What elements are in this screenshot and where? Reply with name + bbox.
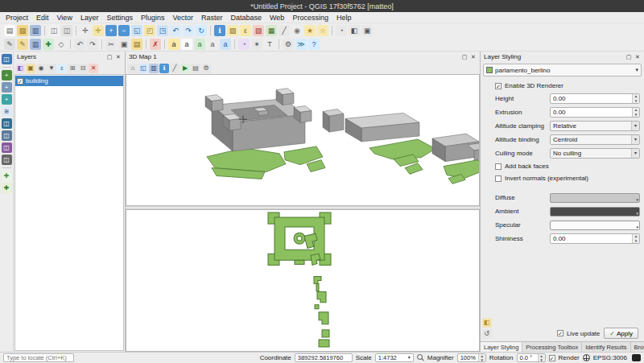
redo-icon[interactable]: ↷ bbox=[87, 39, 98, 50]
enable-3d-renderer-checkbox[interactable]: ✓ bbox=[495, 83, 502, 89]
add-feature-icon[interactable]: ✚ bbox=[43, 39, 54, 50]
save-scene-icon[interactable]: ▥ bbox=[149, 64, 159, 73]
culling-mode-select[interactable]: No culling ▾ bbox=[550, 148, 640, 159]
diagram-options-icon[interactable]: ◔ bbox=[238, 39, 250, 50]
symbology-tab-icon[interactable]: ◧ bbox=[482, 318, 492, 328]
zoom-full-3d-icon[interactable]: ◱ bbox=[138, 64, 148, 73]
menu-item[interactable]: View bbox=[53, 14, 76, 22]
close-panel-icon[interactable]: ✕ bbox=[115, 54, 122, 60]
coordinate-value-box[interactable]: 389292.5819760 bbox=[295, 353, 353, 362]
layer-row-building[interactable]: ✓ building bbox=[15, 76, 123, 86]
vertex-tool-icon[interactable]: ◇ bbox=[56, 39, 67, 50]
save-edits-icon[interactable]: ▥ bbox=[30, 39, 41, 50]
ambient-color-button[interactable]: ▾ bbox=[550, 207, 640, 217]
spin-arrows[interactable]: ▴▾ bbox=[632, 94, 639, 103]
menu-item[interactable]: Settings bbox=[102, 14, 137, 22]
collapse-all-icon[interactable]: ⊟ bbox=[78, 64, 88, 73]
animations-icon[interactable]: ▶ bbox=[180, 64, 190, 73]
rotation-spinbox[interactable]: 0.0 ° ▴▾ bbox=[517, 353, 546, 362]
layout-manager-icon[interactable]: ◫ bbox=[61, 25, 72, 36]
current-edits-icon[interactable]: ✎ bbox=[4, 39, 15, 50]
add-raster-layer-icon[interactable]: + bbox=[2, 82, 12, 93]
map2d-canvas[interactable] bbox=[126, 209, 480, 352]
layer-visibility-checkbox[interactable]: ✓ bbox=[17, 78, 23, 85]
camera-home-icon[interactable]: ⌂ bbox=[128, 64, 138, 73]
altitude-clamping-select[interactable]: Relative ▾ bbox=[550, 121, 640, 131]
shininess-spinbox[interactable]: 0.00 ▴▾ bbox=[550, 233, 640, 244]
map-overview-icon[interactable]: ◧ bbox=[349, 25, 360, 36]
zoom-out-icon[interactable]: − bbox=[118, 25, 130, 36]
zoom-last-icon[interactable]: ↶ bbox=[170, 25, 181, 36]
delete-selected-icon[interactable]: ✗ bbox=[150, 39, 161, 50]
select-by-expression-icon[interactable]: ε bbox=[240, 25, 251, 36]
measure-3d-icon[interactable]: ╱ bbox=[170, 64, 180, 73]
open-attribute-table-icon[interactable]: ▦ bbox=[266, 25, 277, 36]
menu-item[interactable]: Edit bbox=[32, 14, 53, 22]
history-tab-icon[interactable]: ↺ bbox=[482, 329, 492, 339]
menu-item[interactable]: Help bbox=[332, 14, 356, 22]
copy-features-icon[interactable]: ▣ bbox=[118, 39, 130, 50]
deselect-features-icon[interactable]: ▧ bbox=[253, 25, 264, 36]
tab-layer-styling[interactable]: Layer Styling bbox=[481, 342, 522, 352]
zoom-to-layer-icon[interactable]: ◳ bbox=[157, 25, 168, 36]
add-vector-layer-icon[interactable]: + bbox=[2, 70, 12, 80]
help-icon[interactable]: ? bbox=[308, 39, 320, 50]
add-spatialite-layer-icon[interactable]: ◫ bbox=[2, 130, 12, 141]
float-panel-icon[interactable]: ▢ bbox=[461, 54, 468, 60]
add-group-icon[interactable]: ▣ bbox=[26, 64, 35, 73]
manage-map-themes-icon[interactable]: ◉ bbox=[36, 64, 46, 73]
pan-map-icon[interactable]: ✛ bbox=[80, 25, 91, 36]
change-label-icon[interactable]: a bbox=[220, 39, 231, 50]
menu-item[interactable]: Web bbox=[266, 14, 288, 22]
cut-features-icon[interactable]: ✂ bbox=[105, 39, 117, 50]
export-scene-icon[interactable]: ▤ bbox=[191, 64, 200, 73]
label-single-icon[interactable]: a bbox=[181, 39, 192, 50]
close-panel-icon[interactable]: ✕ bbox=[470, 54, 477, 60]
menu-item[interactable]: Raster bbox=[197, 14, 227, 22]
open-layer-styling-icon[interactable]: ◧ bbox=[15, 64, 25, 73]
add-postgis-layer-icon[interactable]: ◫ bbox=[2, 118, 12, 129]
open-project-icon[interactable]: ▨ bbox=[17, 25, 28, 36]
new-layout-icon[interactable]: ◫ bbox=[48, 25, 60, 36]
log-messages-icon[interactable]: ▣ bbox=[361, 25, 373, 36]
menu-item[interactable]: Layer bbox=[76, 14, 103, 22]
select-features-icon[interactable]: ▧ bbox=[227, 25, 238, 36]
invert-normals-checkbox[interactable] bbox=[495, 175, 502, 182]
pan-to-selection-icon[interactable]: ✛ bbox=[93, 25, 104, 36]
apply-button[interactable]: ✓ Apply bbox=[604, 328, 638, 339]
float-panel-icon[interactable]: ▢ bbox=[625, 54, 632, 60]
extrusion-spinbox[interactable]: 0.00 ▴▾ bbox=[550, 107, 640, 118]
diffuse-color-button[interactable]: ▾ bbox=[550, 193, 640, 203]
map-tips-icon[interactable]: ◉ bbox=[291, 25, 303, 36]
tab-identify-results[interactable]: Identify Results bbox=[582, 342, 630, 352]
menu-item[interactable]: Database bbox=[227, 14, 266, 22]
menu-item[interactable]: Processing bbox=[288, 14, 332, 22]
filter-by-expression-icon[interactable]: ε bbox=[57, 64, 67, 73]
menu-item[interactable]: Plugins bbox=[137, 14, 169, 22]
new-geopackage-icon[interactable]: ✚ bbox=[2, 183, 12, 193]
add-wms-layer-icon[interactable]: ◫ bbox=[2, 142, 12, 153]
data-source-manager-icon[interactable]: ◫ bbox=[2, 54, 12, 64]
messages-icon[interactable] bbox=[632, 354, 641, 361]
text-annotation-icon[interactable]: T bbox=[264, 39, 275, 50]
zoom-next-icon[interactable]: ↷ bbox=[183, 25, 194, 36]
decorations-icon[interactable]: ✶ bbox=[251, 39, 262, 50]
new-project-icon[interactable]: ▤ bbox=[4, 25, 15, 36]
tab-processing-toolbox[interactable]: Processing Toolbox bbox=[522, 342, 582, 352]
expand-all-icon[interactable]: ⊞ bbox=[68, 64, 77, 73]
map3d-canvas[interactable] bbox=[126, 74, 480, 206]
temporal-controller-icon[interactable]: ◔ bbox=[336, 25, 347, 36]
float-panel-icon[interactable]: ▢ bbox=[106, 54, 113, 60]
live-update-checkbox[interactable]: ✓ bbox=[557, 330, 564, 336]
measure-icon[interactable]: ╱ bbox=[279, 25, 290, 36]
identify-features-icon[interactable]: ℹ bbox=[214, 25, 225, 36]
add-delimited-text-icon[interactable]: ≋ bbox=[2, 106, 12, 117]
add-back-faces-checkbox[interactable] bbox=[495, 163, 502, 170]
filter-legend-icon[interactable]: ▼ bbox=[47, 64, 56, 73]
paste-features-icon[interactable]: ▤ bbox=[131, 39, 142, 50]
undo-icon[interactable]: ↶ bbox=[74, 39, 85, 50]
magnifier-spinbox[interactable]: 100% ▴▾ bbox=[457, 353, 486, 362]
crs-value[interactable]: EPSG:3006 bbox=[593, 354, 627, 361]
python-console-icon[interactable]: ≫ bbox=[295, 39, 307, 50]
close-panel-icon[interactable]: ✕ bbox=[634, 54, 641, 60]
